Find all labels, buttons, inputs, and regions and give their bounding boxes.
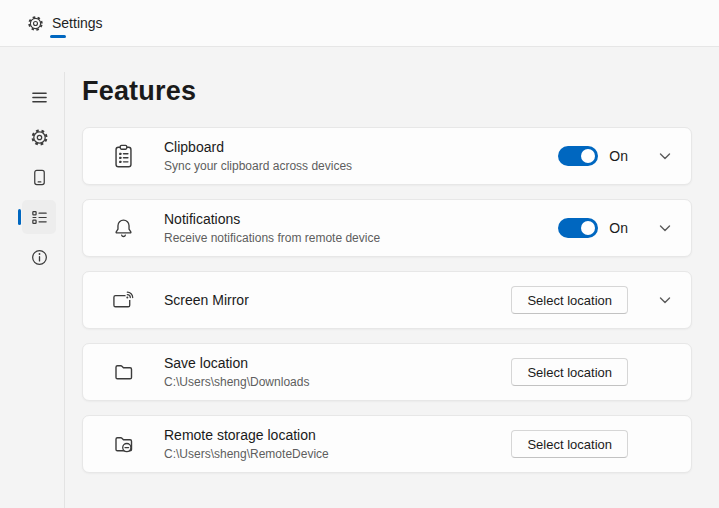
sidebar-item-settings[interactable] xyxy=(22,120,56,154)
gear-icon xyxy=(30,128,49,147)
settings-gear-icon xyxy=(27,15,44,32)
card-title: Notifications xyxy=(164,210,558,229)
select-location-button[interactable]: Select location xyxy=(511,358,628,386)
phone-icon xyxy=(30,168,49,187)
card-subtitle: Receive notifications from remote device xyxy=(164,230,558,246)
chevron-down-icon[interactable] xyxy=(659,296,671,304)
toggle-knob xyxy=(581,221,595,235)
screen-mirror-icon xyxy=(111,290,135,310)
clipboard-toggle[interactable] xyxy=(558,146,598,166)
bell-icon xyxy=(111,217,135,239)
select-location-button[interactable]: Select location xyxy=(511,286,628,314)
sidebar-item-about[interactable] xyxy=(22,240,56,274)
toggle-state-label: On xyxy=(609,220,628,236)
chevron-down-icon[interactable] xyxy=(659,224,671,232)
sidebar-item-menu[interactable] xyxy=(22,80,56,114)
sidebar xyxy=(0,47,65,508)
page-title: Features xyxy=(82,76,692,107)
card-title: Remote storage location xyxy=(164,426,511,445)
card-notifications: Notifications Receive notifications from… xyxy=(82,199,692,257)
folder-remote-icon xyxy=(111,434,135,454)
info-icon xyxy=(30,248,49,267)
settings-page: Settings xyxy=(0,0,719,508)
features-list-icon xyxy=(30,208,49,227)
card-save-location: Save location C:\Users\sheng\Downloads S… xyxy=(82,343,692,401)
chevron-down-icon[interactable] xyxy=(659,152,671,160)
active-tab-indicator xyxy=(50,35,66,38)
select-location-button[interactable]: Select location xyxy=(511,430,628,458)
menu-icon xyxy=(30,88,49,107)
card-subtitle-path: C:\Users\sheng\RemoteDevice xyxy=(164,446,511,462)
selected-indicator xyxy=(18,209,21,225)
top-bar: Settings xyxy=(0,0,719,47)
card-remote-storage-location: Remote storage location C:\Users\sheng\R… xyxy=(82,415,692,473)
toggle-knob xyxy=(581,149,595,163)
toggle-state-label: On xyxy=(609,148,628,164)
card-title: Save location xyxy=(164,354,511,373)
sidebar-item-device[interactable] xyxy=(22,160,56,194)
card-title: Screen Mirror xyxy=(164,291,511,310)
notifications-toggle[interactable] xyxy=(558,218,598,238)
folder-icon xyxy=(111,362,135,382)
card-subtitle: Sync your clipboard across devices xyxy=(164,158,558,174)
card-title: Clipboard xyxy=(164,138,558,157)
sidebar-item-features[interactable] xyxy=(22,200,56,234)
card-subtitle-path: C:\Users\sheng\Downloads xyxy=(164,374,511,390)
card-screen-mirror: Screen Mirror Select location xyxy=(82,271,692,329)
settings-tab-label[interactable]: Settings xyxy=(52,15,103,31)
card-clipboard: Clipboard Sync your clipboard across dev… xyxy=(82,127,692,185)
main-content: Features xyxy=(65,47,719,508)
clipboard-icon xyxy=(111,144,135,169)
